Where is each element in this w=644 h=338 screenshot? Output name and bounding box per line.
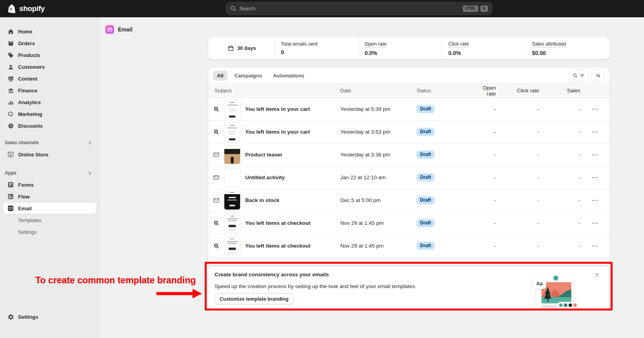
column-status: Status — [416, 88, 473, 94]
sidebar-item-label: Orders — [18, 40, 35, 46]
search-filter-button[interactable] — [569, 70, 588, 81]
row-actions-menu[interactable] — [590, 174, 600, 182]
branding-banner: Create brand consistency across your ema… — [208, 266, 609, 309]
sales-value: - — [539, 243, 580, 249]
sidebar-item-label: Online Store — [18, 152, 48, 158]
sort-button[interactable] — [591, 70, 605, 81]
open-rate-value: - — [473, 197, 496, 203]
campaign-icon — [213, 197, 220, 204]
sidebar-item-label: Content — [18, 76, 37, 82]
email-app-badge-icon — [105, 25, 114, 34]
annotation-arrow-head — [193, 289, 202, 298]
stats-bar: 30 days Total emails sent 0 Open rate 0.… — [208, 37, 609, 59]
table-row[interactable]: You left items at checkout Nov 29 at 1:4… — [208, 235, 609, 257]
email-subject: You left items in your cart — [245, 129, 340, 135]
customize-template-branding-button[interactable]: Customize template branding — [215, 293, 294, 305]
search-placeholder: Search — [239, 6, 461, 11]
sidebar-item-analytics[interactable]: Analytics — [3, 97, 96, 108]
open-rate-value: - — [473, 152, 496, 158]
row-actions-menu[interactable] — [590, 128, 600, 136]
shopify-wordmark: shopify — [19, 4, 45, 13]
tab-all[interactable]: All — [213, 71, 228, 81]
sidebar-item-discounts[interactable]: Discounts — [3, 120, 96, 131]
banner-body: Speed up the creation process by setting… — [215, 283, 416, 289]
marketing-icon — [7, 110, 14, 118]
row-actions-menu[interactable] — [590, 242, 600, 250]
email-date: Yesterday at 3:53 pm — [340, 129, 416, 135]
email-date: Nov 29 at 1:45 pm — [340, 220, 416, 226]
sidebar-item-templates[interactable]: Templates — [3, 215, 96, 226]
click-rate-value: - — [496, 220, 539, 226]
content-icon — [7, 75, 14, 82]
campaign-icon — [213, 151, 220, 158]
row-actions-menu[interactable] — [590, 151, 600, 159]
sidebar-item-finance[interactable]: Finance — [3, 85, 96, 96]
sidebar-item-marketing[interactable]: Marketing — [3, 108, 96, 119]
section-label: Apps — [5, 170, 17, 176]
metric-value: 0.0% — [448, 50, 526, 56]
status-badge: Draft — [416, 128, 435, 136]
click-rate-value: - — [496, 197, 539, 203]
email-date: Yesterday at 5:39 pm — [340, 106, 416, 112]
sidebar-section-sales-channels[interactable]: Sales channels — [3, 137, 96, 148]
sidebar-item-orders[interactable]: Orders — [3, 38, 96, 49]
date-range-selector[interactable]: 30 days — [208, 37, 275, 59]
email-thumbnail — [224, 145, 240, 164]
sidebar-item-label: Flow — [18, 194, 30, 200]
search-input[interactable]: Search CTRL K — [226, 2, 492, 15]
sidebar-section-apps[interactable]: Apps — [3, 167, 96, 178]
email-date: Jan 22 at 12:10 am — [340, 175, 416, 180]
shopify-logo[interactable]: S shopify — [7, 0, 45, 17]
sidebar-item-customers[interactable]: Customers — [3, 61, 96, 72]
row-actions-menu[interactable] — [590, 197, 600, 204]
table-row[interactable]: You left items in your cart Yesterday at… — [208, 98, 609, 121]
sidebar-item-content[interactable]: Content — [3, 73, 96, 84]
sidebar-item-email-settings[interactable]: Settings — [3, 226, 96, 237]
sidebar-item-products[interactable]: Products — [3, 50, 96, 61]
flow-app-icon — [7, 193, 14, 200]
topbar: S shopify Search CTRL K — [0, 0, 644, 17]
email-app-icon — [7, 205, 14, 212]
chevron-right-icon — [87, 171, 92, 176]
sidebar-item-label: Customers — [18, 64, 45, 70]
table-row[interactable]: Untitled activity Jan 22 at 12:10 am Dra… — [208, 166, 609, 189]
automation-icon — [213, 106, 220, 112]
sidebar-item-label: Email — [18, 206, 32, 211]
column-open-rate: Open rate — [473, 85, 496, 97]
table-row[interactable]: Back in stock Dec 5 at 5:00 pm Draft - -… — [208, 189, 609, 212]
orders-icon — [7, 40, 14, 47]
email-subject: Back in stock — [245, 197, 340, 203]
branding-illustration: Aa — [533, 272, 580, 309]
sidebar-item-settings[interactable]: Settings — [3, 311, 96, 322]
table-row[interactable]: Product teaser Yesterday at 3:38 pm Draf… — [208, 143, 609, 166]
click-rate-value: - — [496, 106, 539, 112]
sales-value: - — [539, 152, 580, 158]
sidebar-item-label: Home — [18, 29, 32, 35]
row-actions-menu[interactable] — [590, 219, 600, 227]
open-rate-value: - — [473, 106, 496, 112]
click-rate-value: - — [496, 152, 539, 158]
sidebar-item-home[interactable]: Home — [3, 26, 96, 37]
metric-sales-attributed: Sales attributed $0.00 — [526, 37, 609, 59]
sidebar-item-email[interactable]: Email — [3, 203, 96, 214]
row-actions-menu[interactable] — [590, 105, 600, 113]
sidebar-item-label: Forms — [18, 182, 34, 188]
table-row[interactable]: You left items in your cart Yesterday at… — [208, 121, 609, 143]
tab-automations[interactable]: Automations — [269, 71, 308, 81]
sidebar-item-flow[interactable]: Flow — [3, 191, 96, 202]
table-row[interactable]: You left items at checkout Nov 29 at 1:4… — [208, 212, 609, 235]
illustration-circle — [553, 276, 558, 281]
metric-open-rate: Open rate 0.0% — [359, 37, 442, 59]
sidebar-item-forms[interactable]: Forms — [3, 179, 96, 190]
status-badge: Draft — [416, 219, 435, 227]
click-rate-value: - — [496, 243, 539, 249]
metric-label: Click rate — [448, 41, 469, 48]
metric-value: $0.00 — [532, 50, 609, 56]
email-subject: Product teaser — [245, 152, 340, 158]
tab-campaigns[interactable]: Campaigns — [231, 71, 266, 81]
customers-icon — [7, 63, 14, 70]
close-icon[interactable] — [594, 272, 600, 278]
search-icon — [230, 6, 236, 11]
sidebar-item-online-store[interactable]: Online Store — [3, 149, 96, 160]
metric-label: Open rate — [365, 41, 387, 48]
